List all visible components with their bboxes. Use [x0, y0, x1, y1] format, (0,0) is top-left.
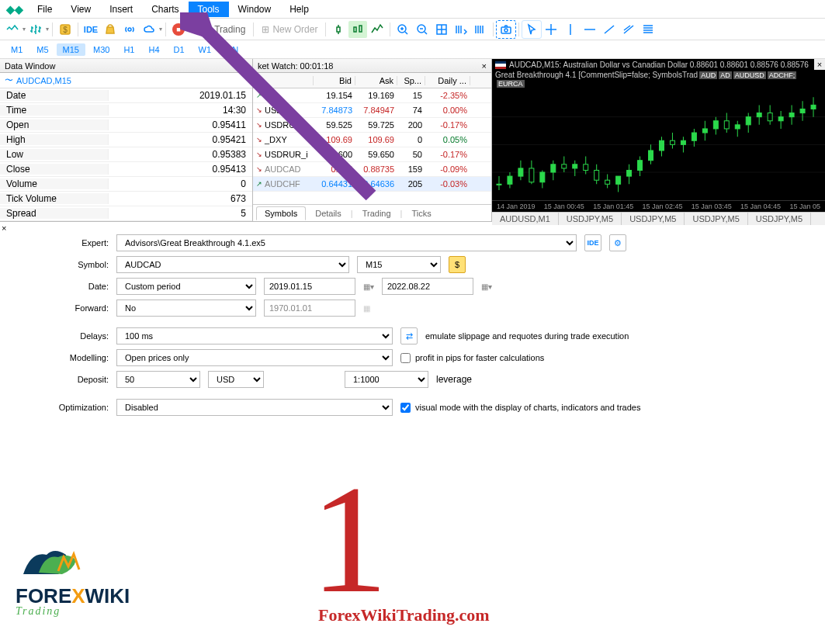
zoom-in-icon[interactable]	[393, 21, 412, 38]
algo-trading-button[interactable]: Algo Trading	[189, 21, 250, 38]
ide-button[interactable]: IDE	[81, 21, 100, 38]
logo: FOREXWIKI Trading	[16, 543, 130, 618]
candle-hl-icon[interactable]	[348, 21, 367, 38]
tf-w1[interactable]: W1	[192, 43, 218, 56]
hline-icon[interactable]	[581, 21, 599, 38]
delays-select[interactable]: 100 ms	[116, 327, 393, 345]
zoom-out-icon[interactable]	[413, 21, 432, 38]
settings-icon[interactable]: ⚙	[609, 234, 626, 251]
svg-rect-53	[702, 129, 707, 133]
leverage-label: leverage	[436, 374, 472, 385]
cursor-icon[interactable]	[522, 21, 541, 38]
pips-checkbox[interactable]	[400, 353, 411, 363]
chart-type-icon[interactable]	[3, 21, 22, 38]
daily-value: -0.17%	[425, 150, 470, 159]
step-number-annotation: 1	[310, 450, 388, 628]
market-watch-row[interactable]: ↘USDRUR 59.525 59.725 200 -0.17%	[253, 118, 491, 133]
spread-value: 200	[397, 120, 425, 130]
symbol-spec-icon[interactable]: $	[449, 256, 466, 273]
new-order-button[interactable]: ⊞New Order	[257, 21, 322, 38]
tf-mn[interactable]: MN	[219, 43, 244, 56]
dollar-icon[interactable]: $	[56, 21, 75, 38]
chart-area[interactable]	[492, 89, 825, 200]
modelling-select[interactable]: Open prices only	[116, 349, 393, 366]
deposit-select[interactable]: 50	[116, 371, 200, 388]
tf-h4[interactable]: H4	[142, 43, 165, 56]
menu-help[interactable]: Help	[280, 2, 318, 17]
market-watch-row[interactable]: ↘AUDCAD 0.885 0.88735 159 -0.09%	[253, 162, 491, 177]
bars-icon[interactable]	[26, 21, 45, 38]
menu-window[interactable]: Window	[229, 2, 281, 17]
cloud-icon[interactable]	[140, 21, 158, 38]
close-icon[interactable]: ×	[243, 61, 248, 71]
date-mode-select[interactable]: Custom period	[116, 278, 256, 295]
auto-scroll-icon[interactable]	[452, 21, 470, 38]
slippage-settings-icon[interactable]: ⇄	[400, 327, 418, 345]
menu-file[interactable]: File	[28, 2, 61, 17]
svg-rect-37	[616, 176, 621, 184]
col-spread[interactable]: Sp...	[397, 76, 425, 85]
menu-view[interactable]: View	[61, 2, 100, 17]
crosshair-icon[interactable]	[542, 21, 560, 38]
svg-rect-41	[638, 161, 643, 171]
grid-icon[interactable]	[432, 21, 451, 38]
leverage-select[interactable]: 1:1000	[345, 371, 428, 388]
menu-charts[interactable]: Charts	[142, 2, 188, 17]
camera-icon[interactable]	[497, 21, 515, 38]
tf-m1[interactable]: M1	[5, 43, 29, 56]
flag-icon	[495, 61, 506, 69]
trendline-icon[interactable]	[600, 21, 619, 38]
symbol-select[interactable]: AUDCAD	[116, 256, 349, 273]
algo-indicator-icon[interactable]: ■	[169, 21, 188, 38]
candle-up-icon[interactable]	[329, 21, 348, 38]
tf-m30[interactable]: M30	[87, 43, 116, 56]
col-symbol[interactable]: S	[253, 76, 314, 85]
data-row: Spread5	[0, 206, 252, 221]
market-watch-row[interactable]: ↘_DXY 109.69 109.69 0 0.05%	[253, 133, 491, 147]
timeframe-select[interactable]: M15	[357, 256, 441, 273]
tf-m5[interactable]: M5	[30, 43, 54, 56]
line-icon[interactable]	[368, 21, 387, 38]
menu-tools[interactable]: Tools	[189, 2, 229, 17]
close-icon[interactable]: ×	[482, 61, 487, 71]
tester-close-icon[interactable]: ×	[2, 223, 9, 231]
date-to-input[interactable]	[382, 278, 473, 295]
ask-value: 19.169	[355, 91, 397, 100]
visual-mode-checkbox[interactable]	[400, 403, 411, 413]
data-key: Spread	[0, 208, 109, 219]
svg-rect-59	[735, 125, 740, 129]
market-watch-row[interactable]: ↘USDH 7.84873 7.84947 74 0.00%	[253, 103, 491, 118]
equidistant-icon[interactable]	[619, 21, 638, 38]
tf-m15[interactable]: M15	[57, 43, 85, 56]
forward-select[interactable]: No	[116, 299, 256, 317]
direction-icon: ↘	[256, 106, 262, 114]
vline-icon[interactable]	[561, 21, 580, 38]
tab-details[interactable]: Details	[307, 207, 349, 220]
tab-symbols[interactable]: Symbols	[256, 206, 306, 220]
menu-insert[interactable]: Insert	[100, 2, 142, 17]
currency-select[interactable]: USD	[208, 371, 264, 388]
col-daily[interactable]: Daily ...	[425, 76, 470, 85]
col-ask[interactable]: Ask	[355, 76, 397, 85]
date-from-input[interactable]	[264, 278, 355, 295]
svg-rect-21	[529, 168, 534, 182]
optimization-select[interactable]: Disabled	[116, 399, 393, 416]
tab-ticks[interactable]: Ticks	[404, 207, 438, 220]
fibo-icon[interactable]	[639, 21, 657, 38]
tab-trading[interactable]: Trading	[355, 207, 399, 220]
direction-icon: ↗	[256, 180, 262, 188]
market-icon[interactable]	[101, 21, 120, 38]
chart-shift-icon[interactable]	[471, 21, 490, 38]
signal-icon[interactable]	[120, 21, 139, 38]
ide-button[interactable]: IDE	[584, 234, 601, 251]
tf-d1[interactable]: D1	[168, 43, 191, 56]
col-bid[interactable]: Bid	[314, 76, 355, 85]
tf-h1[interactable]: H1	[117, 43, 140, 56]
market-watch-row[interactable]: ↘USDRUR_i 600 59.650 50 -0.17%	[253, 147, 491, 162]
chart-close-icon[interactable]: ×	[814, 59, 825, 70]
svg-rect-51	[692, 133, 696, 140]
market-watch-row[interactable]: ↗XA 19.154 19.169 15 -2.35%	[253, 88, 491, 103]
data-row: Low0.95383	[0, 147, 252, 162]
market-watch-row[interactable]: ↗AUDCHF 0.64431 0.64636 205 -0.03%	[253, 177, 491, 192]
expert-select[interactable]: Advisors\Great Breakthrough 4.1.ex5	[116, 234, 577, 251]
